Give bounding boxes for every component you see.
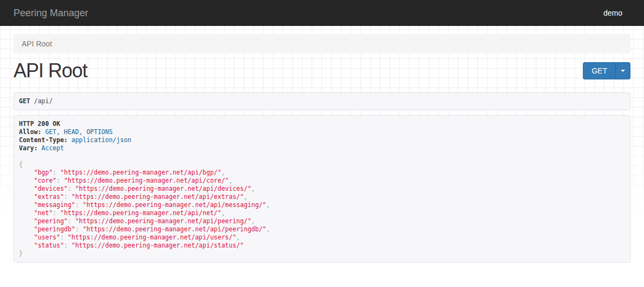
request-info: GET /api/: [14, 92, 630, 110]
caret-down-icon: [621, 70, 625, 72]
get-dropdown-toggle[interactable]: [615, 62, 630, 79]
get-button[interactable]: GET: [583, 62, 615, 79]
breadcrumb: API Root: [14, 34, 630, 54]
page-header: API Root GET: [14, 55, 630, 87]
navbar: Peering Manager demo: [0, 0, 644, 26]
user-menu-link[interactable]: demo: [603, 9, 630, 17]
request-line: GET /api/: [14, 92, 630, 110]
get-button-group: GET: [583, 62, 630, 79]
brand-link[interactable]: Peering Manager: [14, 8, 88, 19]
response-info: HTTP 200 OK Allow: GET, HEAD, OPTIONS Co…: [14, 115, 630, 263]
request-method: GET: [19, 97, 30, 105]
request-path: /api/: [34, 97, 53, 105]
breadcrumb-item-api-root: API Root: [22, 39, 52, 48]
response-content: HTTP 200 OK Allow: GET, HEAD, OPTIONS Co…: [14, 115, 630, 263]
page-title: API Root: [14, 60, 87, 82]
